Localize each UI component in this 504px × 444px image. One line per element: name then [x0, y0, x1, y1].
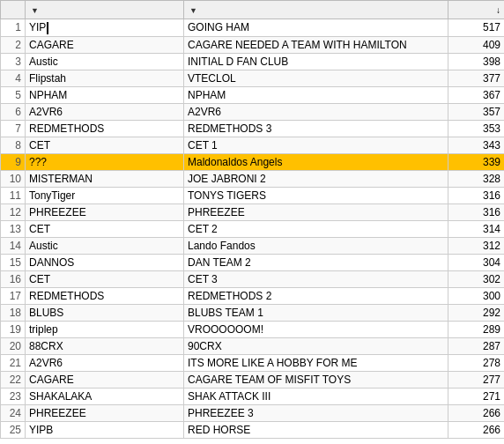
points-cell: 316: [448, 187, 505, 204]
rank-cell: 24: [1, 404, 26, 421]
table-row: 2088CRX90CRX287: [1, 337, 505, 354]
username-cell: CET: [26, 137, 184, 153]
team-cell: SHAK ATTACK III: [184, 388, 448, 404]
points-cell: 300: [448, 287, 505, 304]
team-cell: GOING HAM: [184, 19, 448, 37]
table-row: 9???Maldonaldos Angels339: [1, 153, 505, 170]
table-row: 19triplepVROOOOOOM!289: [1, 321, 505, 337]
username-cell: MISTERMAN: [26, 170, 184, 187]
rank-cell: 21: [1, 354, 26, 371]
team-cell: RED HORSE: [184, 421, 448, 438]
points-cell: 266: [448, 404, 505, 421]
team-cell: NPHAM: [184, 86, 448, 103]
points-cell: 278: [448, 354, 505, 371]
table-row: 5NPHAMNPHAM367: [1, 86, 505, 103]
rank-cell: 20: [1, 337, 26, 354]
rank-cell: 1: [1, 19, 26, 37]
table-row: 1YIPGOING HAM517: [1, 19, 505, 37]
rank-cell: 8: [1, 137, 26, 153]
rank-cell: 4: [1, 70, 26, 86]
points-cell: 377: [448, 70, 505, 86]
team-cell: CAGARE TEAM OF MISFIT TOYS: [184, 371, 448, 388]
username-cell: NPHAM: [26, 86, 184, 103]
username-cell: Austic: [26, 237, 184, 254]
points-cell: 292: [448, 304, 505, 321]
team-cell: INITIAL D FAN CLUB: [184, 53, 448, 70]
points-cell: 357: [448, 103, 505, 120]
rank-cell: 5: [1, 86, 26, 103]
username-cell: ???: [26, 153, 184, 170]
points-cell: 304: [448, 254, 505, 270]
table-row: 14AusticLando Fandos312: [1, 237, 505, 254]
teamname-column-header[interactable]: ▼: [184, 1, 448, 19]
table-row: 2CAGARECAGARE NEEDED A TEAM WITH HAMILTO…: [1, 36, 505, 53]
rank-cell: 25: [1, 421, 26, 438]
team-cell: TONYS TIGERS: [184, 187, 448, 204]
username-cell: Flipstah: [26, 70, 184, 86]
username-cell: PHREEZEE: [26, 204, 184, 220]
table-row: 7REDMETHODSREDMETHODS 3353: [1, 120, 505, 137]
table-row: 21A2VR6ITS MORE LIKE A HOBBY FOR ME278: [1, 354, 505, 371]
team-cell: Lando Fandos: [184, 237, 448, 254]
table-row: 11TonyTigerTONYS TIGERS316: [1, 187, 505, 204]
points-cell: 367: [448, 86, 505, 103]
rank-cell: 6: [1, 103, 26, 120]
points-sort-icon[interactable]: ↓: [496, 5, 500, 15]
team-cell: BLUBS TEAM 1: [184, 304, 448, 321]
username-cell: PHREEZEE: [26, 404, 184, 421]
points-cell: 314: [448, 220, 505, 237]
team-cell: VROOOOOOM!: [184, 321, 448, 337]
table-row: 16CETCET 3302: [1, 270, 505, 287]
rank-column-header: [1, 1, 26, 19]
username-column-header[interactable]: ▼: [26, 1, 184, 19]
rank-cell: 11: [1, 187, 26, 204]
team-cell: PHREEZEE: [184, 204, 448, 220]
team-cell: PHREEZEE 3: [184, 404, 448, 421]
username-cell: triplep: [26, 321, 184, 337]
username-cell: CAGARE: [26, 36, 184, 53]
username-cell: DANNOS: [26, 254, 184, 270]
points-cell: 517: [448, 19, 505, 37]
team-cell: Maldonaldos Angels: [184, 153, 448, 170]
rank-cell: 22: [1, 371, 26, 388]
team-cell: A2VR6: [184, 103, 448, 120]
team-cell: CET 3: [184, 270, 448, 287]
table-row: 6A2VR6A2VR6357: [1, 103, 505, 120]
rank-cell: 16: [1, 270, 26, 287]
team-cell: ITS MORE LIKE A HOBBY FOR ME: [184, 354, 448, 371]
team-cell: DAN TEAM 2: [184, 254, 448, 270]
points-cell: 289: [448, 321, 505, 337]
table-row: 24PHREEZEEPHREEZEE 3266: [1, 404, 505, 421]
points-cell: 302: [448, 270, 505, 287]
table-row: 10MISTERMANJOE JABRONI 2328: [1, 170, 505, 187]
points-cell: 343: [448, 137, 505, 153]
username-cell: CAGARE: [26, 371, 184, 388]
table-row: 4FlipstahVTECLOL377: [1, 70, 505, 86]
username-cell: CET: [26, 270, 184, 287]
table-row: 15DANNOSDAN TEAM 2304: [1, 254, 505, 270]
team-cell: JOE JABRONI 2: [184, 170, 448, 187]
username-cell: YIPB: [26, 421, 184, 438]
table-row: 22CAGARECAGARE TEAM OF MISFIT TOYS277: [1, 371, 505, 388]
table-header: ▼ ▼ ↓: [1, 1, 505, 19]
table-row: 12PHREEZEEPHREEZEE316: [1, 204, 505, 220]
points-cell: 398: [448, 53, 505, 70]
team-cell: REDMETHODS 3: [184, 120, 448, 137]
table-row: 25YIPBRED HORSE266: [1, 421, 505, 438]
rank-cell: 23: [1, 388, 26, 404]
rank-cell: 14: [1, 237, 26, 254]
points-cell: 277: [448, 371, 505, 388]
rank-cell: 19: [1, 321, 26, 337]
username-cell: SHAKALAKA: [26, 388, 184, 404]
username-cell: YIP: [26, 19, 184, 37]
table-row: 13CETCET 2314: [1, 220, 505, 237]
table-row: 3AusticINITIAL D FAN CLUB398: [1, 53, 505, 70]
points-column-header[interactable]: ↓: [448, 1, 505, 19]
teamname-dropdown-icon[interactable]: ▼: [189, 6, 197, 15]
points-cell: 287: [448, 337, 505, 354]
team-cell: VTECLOL: [184, 70, 448, 86]
team-cell: CET 1: [184, 137, 448, 153]
username-dropdown-icon[interactable]: ▼: [31, 6, 39, 15]
username-cell: REDMETHODS: [26, 120, 184, 137]
rank-cell: 13: [1, 220, 26, 237]
